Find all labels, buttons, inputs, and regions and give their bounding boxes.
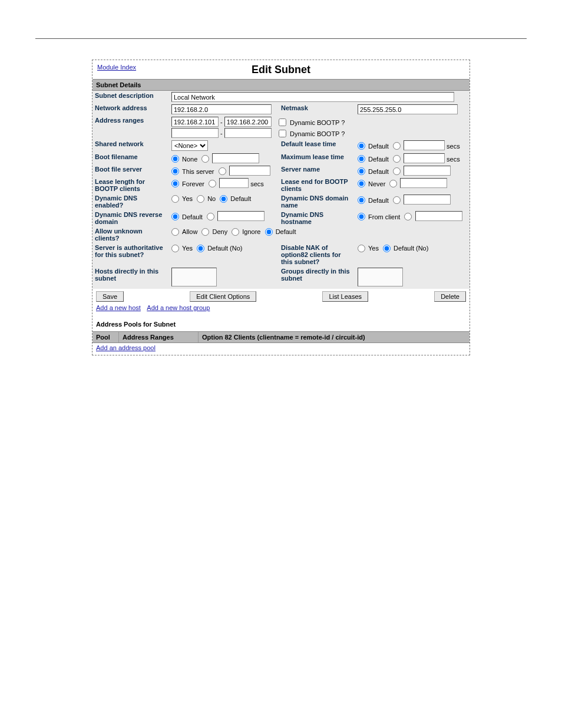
boot-filename-none-radio[interactable] [171,155,179,163]
label-lease-end-bootp: Lease end for BOOTP clients [279,177,355,193]
subnet-form: Subnet description Network address Netma… [92,91,470,289]
range-to-2[interactable] [224,128,272,138]
boot-filename-value-radio[interactable] [201,155,209,163]
groups-list[interactable] [358,268,403,286]
range-dash-2: - [220,130,223,137]
label-lease-length-bootp: Lease length for BOOTP clients [92,177,169,193]
pools-col-ranges: Address Ranges [119,332,199,342]
pools-header: Pool Address Ranges Option 82 Clients (c… [92,331,470,343]
ddns-domain-input[interactable] [404,195,451,205]
network-address-input[interactable] [171,104,272,114]
default-lease-default-radio[interactable] [358,142,365,150]
boot-filename-input[interactable] [212,153,259,163]
range-bootp-2[interactable] [279,130,286,137]
label-ddns-reverse: Dynamic DNS reverse domain [92,210,169,226]
max-lease-value-radio[interactable] [393,155,401,163]
ddns-hostname-input[interactable] [415,211,462,221]
ddns-hostname-value-radio[interactable] [404,213,412,220]
label-ddns-domain: Dynamic DNS domain name [279,193,355,210]
ddns-hostname-fromclient-radio[interactable] [358,213,365,220]
lease-length-value-radio[interactable] [209,180,216,187]
range-from-1[interactable] [171,117,219,127]
save-button[interactable]: Save [96,291,124,302]
ddns-default-label: Default [230,195,251,202]
unknown-ignore-label: Ignore [242,228,260,235]
label-hosts-directly: Hosts directly in this subnet [92,266,169,289]
edit-subnet-panel: Module Index Edit Subnet Subnet Details … [92,60,470,355]
server-name-default-radio[interactable] [358,167,365,175]
lease-length-input[interactable] [219,178,249,188]
label-max-lease: Maximum lease time [279,152,355,164]
delete-button[interactable]: Delete [434,291,466,302]
label-authoritative: Server is authoritative for this subnet? [92,243,169,266]
ddns-reverse-default-radio[interactable] [171,213,179,220]
label-subnet-description: Subnet description [92,91,169,103]
range-to-1[interactable] [224,117,272,127]
lease-length-forever-label: Forever [182,180,204,187]
ddns-default-radio[interactable] [220,195,227,203]
pools-title: Address Pools for Subnet [92,315,470,331]
add-host-group-link[interactable]: Add a new host group [147,304,210,311]
default-lease-secs: secs [447,143,460,150]
ddns-no-radio[interactable] [197,195,204,203]
lease-end-value-radio[interactable] [389,180,397,187]
range-from-2[interactable] [171,128,219,138]
server-name-value-radio[interactable] [393,167,401,175]
label-shared-network: Shared network [92,139,169,152]
nak-yes-radio[interactable] [358,245,365,252]
label-server-name: Server name [279,164,355,177]
range-bootp-1[interactable] [279,118,286,126]
ddns-domain-default-radio[interactable] [358,196,365,204]
nak-default-radio[interactable] [383,245,391,252]
boot-filename-none-label: None [182,156,197,163]
default-lease-input[interactable] [404,140,445,150]
lease-end-input[interactable] [400,178,447,188]
default-lease-value-radio[interactable] [393,142,401,150]
unknown-allow-label: Allow [182,228,197,235]
auth-yes-radio[interactable] [171,245,179,252]
subnet-description-input[interactable] [171,92,454,102]
ddns-domain-value-radio[interactable] [393,196,401,204]
boot-server-input[interactable] [229,166,270,176]
max-lease-default-radio[interactable] [358,155,365,163]
max-lease-input[interactable] [404,153,445,163]
label-groups-directly: Groups directly in this subnet [279,266,355,289]
pools-col-opt82: Option 82 Clients (clientname = remote-i… [199,332,470,342]
label-address-ranges: Address ranges [92,116,169,139]
server-name-input[interactable] [404,166,451,176]
range-dash-1: - [220,118,223,126]
add-pool-link[interactable]: Add an address pool [96,344,156,351]
ddns-no-label: No [207,195,216,202]
module-index-link[interactable]: Module Index [97,64,136,71]
max-lease-default-label: Default [368,156,389,163]
boot-server-value-radio[interactable] [219,167,226,175]
lease-length-secs: secs [250,180,264,187]
unknown-default-radio[interactable] [265,228,273,236]
netmask-input[interactable] [358,104,458,114]
shared-network-select[interactable]: <None> [171,140,208,151]
label-default-lease: Default lease time [279,139,355,152]
label-disable-nak: Disable NAK of option82 clients for this… [279,243,355,266]
lease-end-never-label: Never [368,180,385,187]
hosts-list[interactable] [171,268,217,286]
unknown-ignore-radio[interactable] [232,228,239,236]
unknown-deny-radio[interactable] [201,228,209,236]
ddns-reverse-value-radio[interactable] [207,213,214,220]
lease-length-forever-radio[interactable] [171,180,179,187]
boot-server-this-radio[interactable] [171,167,179,175]
ddns-yes-label: Yes [182,195,193,202]
top-rule [35,38,527,39]
lease-end-never-radio[interactable] [358,180,365,187]
ddns-reverse-input[interactable] [217,211,265,221]
default-lease-default-label: Default [368,143,389,150]
auth-yes-label: Yes [182,245,193,252]
label-dynamic-bootp-2: Dynamic BOOTP ? [290,130,345,137]
add-host-link[interactable]: Add a new host [96,304,141,311]
max-lease-secs: secs [447,156,460,163]
nak-default-label: Default (No) [394,245,428,252]
unknown-allow-radio[interactable] [171,228,179,236]
list-leases-button[interactable]: List Leases [322,291,368,302]
edit-client-options-button[interactable]: Edit Client Options [190,291,256,302]
auth-default-radio[interactable] [197,245,204,252]
ddns-yes-radio[interactable] [171,195,179,203]
